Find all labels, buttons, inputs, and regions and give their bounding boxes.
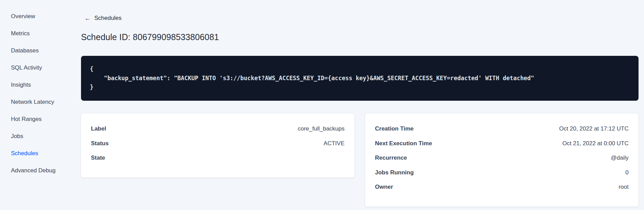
sidebar-item-sql-activity[interactable]: SQL Activity (0, 59, 76, 76)
summary-row-value: root (619, 184, 629, 190)
summary-row-recurrence: Recurrence @daily (375, 155, 629, 169)
summary-row-key: Next Execution Time (375, 140, 432, 147)
summary-row-next-execution-time: Next Execution Time Oct 21, 2022 at 0:00… (375, 140, 629, 155)
summary-row-value: 0 (626, 169, 629, 176)
sidebar-item-hot-ranges[interactable]: Hot Ranges (0, 111, 76, 128)
summary-row-key: Jobs Running (375, 169, 414, 176)
schedule-timing-card: Creation Time Oct 20, 2022 at 17:12 UTC … (365, 113, 639, 207)
summary-row-creation-time: Creation Time Oct 20, 2022 at 17:12 UTC (375, 125, 629, 140)
summary-row-status: Status ACTIVE (91, 140, 345, 155)
summary-row-key: Creation Time (375, 125, 414, 132)
sidebar-item-databases[interactable]: Databases (0, 42, 76, 59)
sidebar-item-metrics[interactable]: Metrics (0, 25, 76, 42)
sidebar-item-network-latency[interactable]: Network Latency (0, 94, 76, 111)
summary-row-key: Owner (375, 184, 393, 190)
back-arrow-icon: ← (84, 15, 91, 21)
back-link-schedules[interactable]: ← Schedules (84, 15, 121, 22)
summary-row-owner: Owner root (375, 184, 629, 198)
sidebar-item-insights[interactable]: Insights (0, 76, 76, 94)
summary-row-value: core_full_backups (298, 125, 345, 132)
summary-row-key: Label (91, 125, 106, 132)
main-content: ← Schedules Schedule ID: 806799098533806… (81, 0, 639, 207)
summary-row-key: State (91, 155, 105, 161)
schedule-status-card: Label core_full_backups Status ACTIVE St… (81, 113, 354, 177)
sidebar-item-jobs[interactable]: Jobs (0, 128, 76, 145)
page-title: Schedule ID: 806799098533806081 (81, 32, 639, 42)
summary-row-key: Recurrence (375, 155, 407, 161)
summary-row-state: State (91, 155, 345, 169)
summary-row-jobs-running: Jobs Running 0 (375, 169, 629, 184)
summary-row-label: Label core_full_backups (91, 125, 345, 140)
sidebar-item-schedules[interactable]: Schedules (0, 145, 76, 162)
schedule-definition-code-block: { "backup_statement": "BACKUP INTO 's3:/… (81, 56, 639, 101)
summary-cards-row: Label core_full_backups Status ACTIVE St… (81, 113, 639, 207)
summary-row-value: ACTIVE (324, 140, 345, 147)
schedule-detail-page: Overview Metrics Databases SQL Activity … (0, 0, 644, 210)
summary-row-value: Oct 21, 2022 at 0:00 UTC (562, 140, 629, 147)
left-nav-sidebar: Overview Metrics Databases SQL Activity … (0, 8, 76, 179)
sidebar-item-overview[interactable]: Overview (0, 8, 76, 25)
summary-row-value: @daily (611, 155, 629, 161)
back-link-label: Schedules (94, 15, 121, 22)
summary-row-key: Status (91, 140, 109, 147)
sidebar-item-advanced-debug[interactable]: Advanced Debug (0, 162, 76, 179)
summary-row-value: Oct 20, 2022 at 17:12 UTC (559, 125, 629, 132)
